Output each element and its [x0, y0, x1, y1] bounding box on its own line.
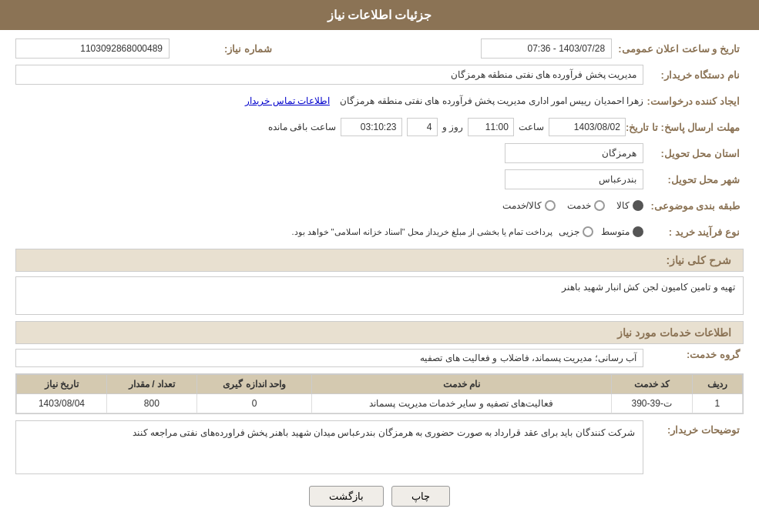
col-kod: کد خدمت [611, 375, 692, 394]
ijad-value: زهرا احمدیان رییس امور اداری مدیریت پخش … [15, 95, 643, 106]
tarikh-value-box: 1403/07/28 - 07:36 [481, 38, 612, 59]
table-cell: ت-39-390 [611, 394, 692, 413]
radio-label-khedmat: خدمت [567, 200, 591, 211]
col-radif: ردیف [692, 375, 742, 394]
mohlat-date-box: 1403/08/02 [549, 118, 626, 136]
col-name: نام خدمت [312, 375, 611, 394]
table-cell: 1 [692, 394, 742, 413]
shmare-value-box: 1103092868000489 [15, 38, 170, 59]
page-title: جزئیات اطلاعات نیاز [327, 8, 432, 22]
tawzih-box: شرکت کنندگان باید برای عقد قرارداد به صو… [15, 420, 643, 474]
buttons-row: چاپ بازگشت [15, 486, 744, 507]
col-tedas: تعداد / مقدار [106, 375, 196, 394]
mohlat-mande-label: ساعت باقی مانده [268, 122, 336, 132]
table-cell: 800 [106, 394, 196, 413]
ostan-value: هرمزگان [602, 148, 636, 159]
radio-kala-khedmat[interactable]: کالا/خدمت [502, 200, 556, 211]
mohlat-rooz: 4 [427, 122, 432, 132]
shahr-value-box: بندرعباس [505, 169, 643, 189]
ostan-value-box: هرمزگان [505, 143, 643, 163]
grooh-value: آب رسانی؛ مدیریت پسماند، فاضلاب و فعالیت… [420, 353, 636, 363]
radio-circle-kala [633, 200, 643, 211]
mohlat-saat-label: ساعت [519, 122, 544, 132]
radio-label-jozii: جزیی [559, 226, 579, 237]
ostan-label: استان محل تحویل: [643, 148, 744, 159]
nofarind-label: نوع فرآیند خرید : [643, 226, 744, 238]
mohlat-mande-box: 03:10:23 [341, 118, 402, 136]
tarikh-label: تاریخ و ساعت اعلان عمومی: [618, 43, 744, 55]
services-table-wrapper: ردیف کد خدمت نام خدمت واحد اندازه گیری ت… [15, 373, 744, 414]
sharh-section-header: شرح کلی نیاز: [15, 249, 744, 272]
shahr-value: بندرعباس [599, 174, 636, 185]
radio-label-motavasset: متوسط [601, 226, 630, 237]
page-header: جزئیات اطلاعات نیاز [0, 0, 759, 30]
nofarind-text: پرداخت تمام یا بخشی از مبلغ خریداز محل "… [291, 227, 552, 237]
grooh-label: گروه خدمت: [643, 349, 744, 360]
sharh-box: تهیه و تامین کامیون لجن کش انبار شهید با… [15, 276, 744, 315]
table-cell: 0 [196, 394, 312, 413]
mohlat-date: 1403/08/02 [574, 122, 620, 132]
radio-circle-khedmat [594, 200, 605, 211]
khadamat-title: اطلاعات خدمات مورد نیاز [617, 326, 731, 339]
shmare-value: 1103092868000489 [80, 43, 163, 54]
radio-circle-jozii [583, 226, 593, 237]
radio-circle-motavasset [633, 226, 643, 237]
col-tarikh: تاریخ نیاز [17, 375, 107, 394]
namedastgah-label: نام دستگاه خریدار: [643, 69, 744, 81]
bazgasht-button[interactable]: بازگشت [309, 486, 384, 507]
sharh-label: شرح کلی نیاز: [667, 254, 731, 266]
radio-circle-kala-khedmat [545, 200, 556, 211]
table-row: 1ت-39-390فعالیت‌های تصفیه و سایر خدمات م… [17, 394, 743, 413]
namedastgah-value: مدیریت پخش فرآورده های نفتی منطقه هرمزگا… [451, 69, 636, 80]
radio-label-kala-khedmat: کالا/خدمت [502, 200, 542, 211]
col-vahed: واحد اندازه گیری [196, 375, 312, 394]
radio-khedmat[interactable]: خدمت [567, 200, 605, 211]
mohlat-saat-box: 11:00 [468, 118, 514, 136]
shmare-label: شماره نیاز: [176, 43, 276, 55]
nofarind-radio-group: جزیی متوسط [559, 226, 643, 237]
ijad-label: ایجاد کننده درخواست: [643, 95, 744, 107]
grooh-value-box: آب رسانی؛ مدیریت پسماند، فاضلاب و فعالیت… [15, 349, 643, 367]
namedastgah-value-box: مدیریت پخش فرآورده های نفتی منطقه هرمزگا… [15, 65, 643, 85]
sharh-value: تهیه و تامین کامیون لجن کش انبار شهید با… [562, 282, 735, 293]
tawzih-value: شرکت کنندگان باید برای عقد قرارداد به صو… [133, 427, 635, 438]
radio-label-kala: کالا [616, 200, 630, 211]
tawzih-label: توضیحات خریدار: [643, 420, 744, 436]
table-cell: فعالیت‌های تصفیه و سایر خدمات مدیریت پسم… [312, 394, 611, 413]
tabaqe-label: طبقه بندی موضوعی: [643, 200, 744, 212]
tarikh-value: 1403/07/28 - 07:36 [527, 43, 605, 54]
radio-jozii[interactable]: جزیی [559, 226, 593, 237]
mohlat-mande: 03:10:23 [361, 122, 397, 132]
mohlat-saat: 11:00 [485, 122, 509, 132]
ettelaat-link[interactable]: اطلاعات تماس خریدار [245, 95, 330, 106]
chap-button[interactable]: چاپ [391, 486, 450, 507]
mohlat-label: مهلت ارسال پاسخ: تا تاریخ: [626, 122, 744, 133]
mohlat-rooz-label: روز و [442, 122, 463, 132]
khadamat-section-header: اطلاعات خدمات مورد نیاز [15, 321, 744, 344]
shahr-label: شهر محل تحویل: [643, 174, 744, 186]
radio-kala[interactable]: کالا [616, 200, 643, 211]
radio-motavasset[interactable]: متوسط [601, 226, 643, 237]
table-cell: 1403/08/04 [17, 394, 107, 413]
services-table: ردیف کد خدمت نام خدمت واحد اندازه گیری ت… [16, 374, 743, 413]
mohlat-rooz-box: 4 [407, 118, 438, 136]
tabaqe-radio-group: کالا/خدمت خدمت کالا [502, 200, 643, 211]
